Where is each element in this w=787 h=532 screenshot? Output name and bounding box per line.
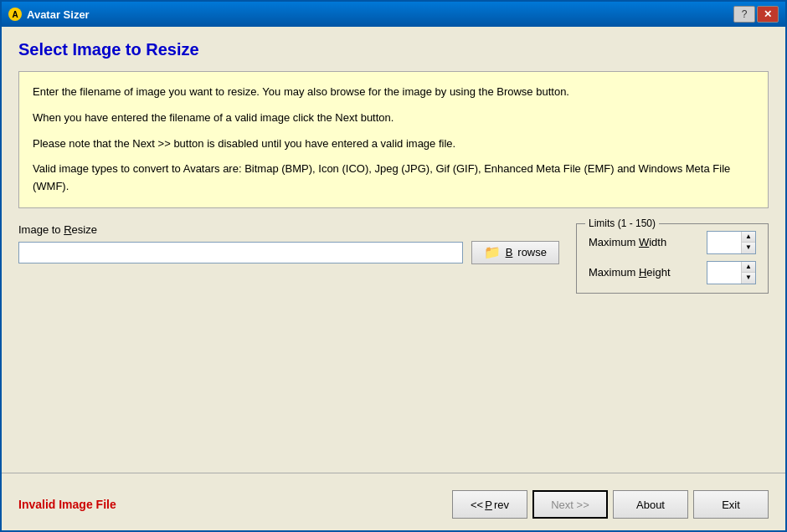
title-bar: A Avatar Sizer ? ✕ [2,2,785,27]
limits-group: Limits (1 - 150) Maximum Width 102 ▲ ▼ [576,223,769,294]
max-height-label: Maximum Height [589,266,700,279]
browse-icon: 📁 [484,244,501,260]
info-box: Enter the filename of image you want to … [18,71,769,208]
height-input[interactable]: 102 [707,262,741,284]
app-icon: A [8,8,22,21]
prev-button[interactable]: << Prev [452,490,527,519]
exit-button[interactable]: Exit [693,490,769,519]
height-down-arrow[interactable]: ▼ [742,273,755,284]
width-spinner: 102 ▲ ▼ [707,231,756,254]
browse-underline: B [506,246,513,258]
height-up-arrow[interactable]: ▲ [742,262,755,273]
info-line-3: Please note that the Next >> button is d… [33,136,754,153]
image-label-underline: R [64,223,71,236]
help-button[interactable]: ? [733,6,755,23]
width-arrows: ▲ ▼ [741,232,755,253]
width-up-arrow[interactable]: ▲ [742,232,755,243]
close-button[interactable]: ✕ [757,6,779,23]
image-input[interactable] [18,242,463,263]
width-input[interactable]: 102 [707,232,741,253]
exit-label: Exit [722,499,740,511]
max-height-row: Maximum Height 102 ▲ ▼ [589,261,756,284]
next-label: Next >> [551,499,589,511]
info-line-1: Enter the filename of image you want to … [33,84,754,101]
window-title: Avatar Sizer [27,8,90,21]
height-underline: H [639,266,646,279]
footer-buttons: << Prev Next >> About Exit [452,490,769,519]
info-line-2: When you have entered the filename of a … [33,110,754,127]
about-label: About [636,499,665,511]
max-width-row: Maximum Width 102 ▲ ▼ [589,231,756,254]
left-form: Image to Resize 📁 Browse [18,223,559,264]
prev-underline: P [485,499,492,511]
height-spinner: 102 ▲ ▼ [707,261,756,284]
input-row: 📁 Browse [18,241,559,264]
width-down-arrow[interactable]: ▼ [742,243,755,253]
separator [2,473,785,473]
status-text: Invalid Image File [18,498,452,511]
form-area: Image to Resize 📁 Browse Limits (1 - 150… [18,223,769,294]
image-label: Image to Resize [18,223,559,236]
browse-button[interactable]: 📁 Browse [471,241,559,264]
limits-legend: Limits (1 - 150) [585,217,659,229]
next-button[interactable]: Next >> [532,490,608,519]
info-line-4: Valid image types to convert to Avatars … [33,161,754,196]
window-content: Select Image to Resize Enter the filenam… [2,27,785,464]
footer: Invalid Image File << Prev Next >> About… [2,482,785,530]
width-underline: W [639,236,649,248]
page-title: Select Image to Resize [18,40,769,59]
about-button[interactable]: About [613,490,688,519]
title-bar-left: A Avatar Sizer [8,8,90,21]
max-width-label: Maximum Width [589,236,700,248]
title-bar-buttons: ? ✕ [733,6,779,23]
height-arrows: ▲ ▼ [741,262,755,284]
main-window: A Avatar Sizer ? ✕ Select Image to Resiz… [0,0,787,532]
